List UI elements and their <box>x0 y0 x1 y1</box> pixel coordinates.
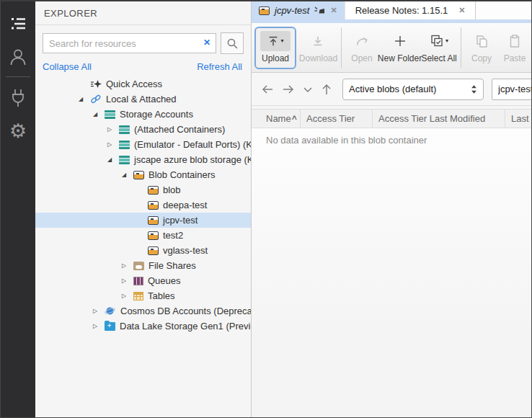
paste-icon <box>507 34 522 48</box>
tree-item-label: jcpv-test <box>163 215 198 226</box>
activity-bar: ⚙ <box>1 1 35 417</box>
tree-item-blob-containers[interactable]: ◢ Blob Containers <box>35 167 251 182</box>
search-input[interactable] <box>43 33 216 53</box>
tree-item-label: jscape azure blob storage (Key) <box>134 154 251 165</box>
tree-item-storage-accounts[interactable]: ◢ Storage Accounts <box>35 107 251 122</box>
toolbar-separator <box>341 27 342 68</box>
select-all-icon <box>430 34 444 48</box>
twisty-expanded-icon[interactable]: ◢ <box>107 157 119 163</box>
tree-item-queues[interactable]: ▷ Queues <box>35 273 251 288</box>
download-button[interactable]: Download <box>299 28 337 68</box>
tree-item-emulator[interactable]: ▷ (Emulator - Default Ports) (Key) <box>35 137 251 152</box>
tree-item-vglass-test[interactable]: vglass-test <box>35 243 251 258</box>
blob-view-selector[interactable]: Active blobs (default) <box>342 79 484 100</box>
close-tab-icon[interactable]: ✕ <box>330 6 337 15</box>
explorer-icon[interactable] <box>1 7 35 40</box>
paste-button[interactable]: Paste <box>498 28 531 68</box>
back-button[interactable] <box>260 83 275 96</box>
open-icon <box>355 35 369 48</box>
collapse-all-link[interactable]: Collapse All <box>43 61 92 72</box>
navigation-row: Active blobs (default) <box>252 73 531 106</box>
open-button[interactable]: Open <box>345 28 378 68</box>
path-input[interactable] <box>492 79 531 100</box>
tab-release-notes[interactable]: Release Notes: 1.15.1 ✕ <box>345 1 476 19</box>
up-level-button[interactable] <box>320 83 333 96</box>
empty-container-message: No data available in this blob container <box>252 128 531 146</box>
blob-container-icon <box>133 171 144 179</box>
blob-container-icon <box>148 216 159 225</box>
select-all-button[interactable]: ▾ Select All <box>421 28 457 68</box>
twisty-expanded-icon[interactable]: ◢ <box>93 112 105 117</box>
tree-item-jcpv-test[interactable]: jcpv-test <box>35 213 251 228</box>
column-header-name[interactable]: Name ^ <box>252 110 301 128</box>
chevron-down-icon <box>302 83 314 96</box>
twisty-collapsed-icon[interactable]: ▷ <box>122 293 133 299</box>
tree-item-file-shares[interactable]: ▷ File Shares <box>35 258 251 273</box>
storage-explorer-window: ⚙ EXPLORER ✕ Collapse All Refresh All <box>0 0 532 418</box>
tree-item-cosmos-db[interactable]: ▷ Cosmos DB Accounts (Deprecated) <box>35 303 251 319</box>
tree-item-tables[interactable]: ▷ Tables <box>35 288 251 303</box>
clear-search-icon[interactable]: ✕ <box>203 37 210 49</box>
tree-item-deepa-test[interactable]: deepa-test <box>35 197 251 213</box>
tree-item-label: Tables <box>148 290 175 301</box>
queue-icon <box>133 277 143 285</box>
person-icon <box>8 47 28 67</box>
close-tab-icon[interactable]: ✕ <box>458 6 465 15</box>
forward-button[interactable] <box>281 83 296 96</box>
search-button[interactable] <box>221 32 244 54</box>
tree-item-label: test2 <box>163 230 183 241</box>
tree-item-label: Data Lake Storage Gen1 (Preview) <box>120 321 251 332</box>
account-icon[interactable] <box>1 40 35 74</box>
tab-jcpv-test[interactable]: jcpv-test ✕ <box>252 1 345 19</box>
explorer-icon-glyph <box>9 14 27 33</box>
blob-toolbar: ▾ Upload Download <box>252 23 531 73</box>
column-header-access-tier-last-modified[interactable]: Access Tier Last Modified <box>373 110 505 128</box>
copy-button[interactable]: Copy <box>465 28 498 68</box>
twisty-collapsed-icon[interactable]: ▷ <box>93 308 105 314</box>
tree-item-local-attached[interactable]: ◢ Local & Attached <box>35 92 251 107</box>
tab-bar: jcpv-test ✕ Release Notes: 1.15.1 ✕ <box>252 1 531 23</box>
storage-account-icon <box>105 110 115 119</box>
twisty-expanded-icon[interactable]: ◢ <box>79 97 90 102</box>
history-dropdown-button[interactable] <box>302 83 314 96</box>
tree-item-blob[interactable]: blob <box>35 182 251 197</box>
column-header-last-modified[interactable]: Last Modified <box>505 110 531 128</box>
column-header-access-tier[interactable]: Access Tier <box>301 110 373 128</box>
arrow-right-icon <box>281 83 296 96</box>
twisty-expanded-icon[interactable]: ◢ <box>122 172 133 178</box>
tab-label: Release Notes: 1.15.1 <box>355 5 448 16</box>
blob-list-area: No data available in this blob container <box>252 128 531 417</box>
resource-tree: Quick Access ◢ Local & Attached ◢ Storag… <box>35 76 251 417</box>
gear-icon: ⚙ <box>9 122 27 141</box>
download-icon <box>311 35 324 48</box>
twisty-collapsed-icon[interactable]: ▷ <box>122 263 133 269</box>
upload-button[interactable]: ▾ Upload <box>254 27 296 69</box>
tree-item-label: deepa-test <box>163 200 207 210</box>
temporary-tab-icon <box>314 6 325 15</box>
tree-item-label: (Attached Containers) <box>134 124 225 135</box>
twisty-collapsed-icon[interactable]: ▷ <box>107 142 119 148</box>
tree-item-label: Storage Accounts <box>120 109 193 120</box>
tree-item-jscape-storage[interactable]: ◢ jscape azure blob storage (Key) <box>35 152 251 167</box>
tree-item-test2[interactable]: test2 <box>35 228 251 243</box>
twisty-collapsed-icon[interactable]: ▷ <box>93 324 105 329</box>
view-selector-value: Active blobs (default) <box>349 84 471 94</box>
dropdown-arrow-icon: ▾ <box>445 38 448 44</box>
explorer-title: EXPLORER <box>35 1 251 25</box>
refresh-all-link[interactable]: Refresh All <box>197 61 242 72</box>
tree-item-label: Quick Access <box>106 79 162 89</box>
connect-icon[interactable] <box>1 81 35 115</box>
settings-icon[interactable]: ⚙ <box>1 115 35 148</box>
copy-icon <box>474 34 489 48</box>
tree-item-label: Queues <box>148 275 181 286</box>
blob-table-header: Name ^ Access Tier Access Tier Last Modi… <box>252 109 531 128</box>
toolbar-separator <box>461 27 461 68</box>
twisty-collapsed-icon[interactable]: ▷ <box>107 127 119 133</box>
activity-bar-divider <box>6 76 30 77</box>
tree-item-label: Cosmos DB Accounts (Deprecated) <box>120 306 251 316</box>
twisty-collapsed-icon[interactable]: ▷ <box>122 278 133 284</box>
tree-item-attached-containers[interactable]: ▷ (Attached Containers) <box>35 122 251 137</box>
tree-item-quick-access[interactable]: Quick Access <box>35 76 251 92</box>
tree-item-data-lake[interactable]: ▷ Data Lake Storage Gen1 (Preview) <box>35 319 251 334</box>
new-folder-button[interactable]: New Folder <box>378 28 421 68</box>
